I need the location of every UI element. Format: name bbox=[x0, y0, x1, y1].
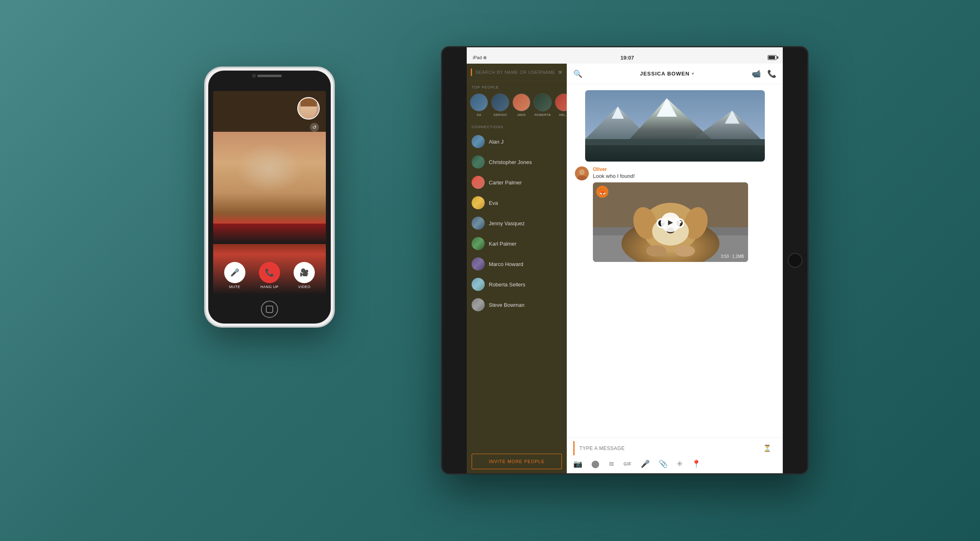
connection-item-steve[interactable]: Steve Bowman bbox=[467, 295, 567, 315]
top-person-name-sergio: SERGIO bbox=[494, 113, 507, 117]
message-sender: Oliver bbox=[593, 166, 775, 172]
connection-item-marco[interactable]: Marco Howard bbox=[467, 254, 567, 274]
connection-avatar-marco bbox=[472, 257, 485, 270]
hangup-label: HANG UP bbox=[261, 285, 279, 289]
invite-more-people-button[interactable]: INVITE MORE PEOPLE bbox=[472, 454, 562, 469]
connection-name-steve: Steve Bowman bbox=[489, 302, 524, 308]
connections-list: Alan J Christopher Jones Carter Palmer E… bbox=[467, 131, 567, 450]
connection-item-eva[interactable]: Eva bbox=[467, 193, 567, 213]
call-small-hair bbox=[301, 98, 317, 106]
sparkle-icon[interactable]: ✳ bbox=[677, 459, 683, 468]
statusbar-left: iPad ⊕ bbox=[473, 55, 487, 60]
search-bar: ✕ bbox=[467, 64, 567, 81]
connection-item-roberta[interactable]: Roberta Sellers bbox=[467, 274, 567, 295]
iphone-home-button[interactable] bbox=[261, 301, 278, 318]
top-person-roberta[interactable]: ROBERTA bbox=[534, 93, 552, 117]
connection-avatar-karl bbox=[472, 237, 485, 250]
tablet-screen: ✕ TOP PEOPLE SA SERGIO JAKE bbox=[467, 47, 783, 473]
statusbar-time: 19:07 bbox=[620, 55, 634, 61]
message-text: Look who I found! bbox=[593, 173, 775, 179]
tablet-home-button[interactable] bbox=[788, 253, 802, 268]
connection-item-christopher[interactable]: Christopher Jones bbox=[467, 152, 567, 172]
message-row-oliver: Oliver Look who I found! bbox=[575, 166, 775, 262]
video-emoji: 🦊 bbox=[596, 186, 608, 198]
connection-name-christopher: Christopher Jones bbox=[489, 159, 532, 165]
svg-point-28 bbox=[675, 245, 695, 257]
video-call-icon[interactable]: 📹 bbox=[752, 69, 761, 78]
circle-icon[interactable]: ⬤ bbox=[591, 459, 599, 468]
top-person-name-jake: JAKE bbox=[517, 113, 526, 117]
connection-avatar-eva bbox=[472, 196, 485, 209]
message-avatar-oliver bbox=[575, 166, 589, 180]
top-person-name-roberta: ROBERTA bbox=[535, 113, 551, 117]
top-person-avatar-sa bbox=[470, 93, 488, 111]
chat-panel: 🔍 JESSICA BOWEN ▾ 📹 📞 bbox=[567, 64, 783, 473]
mute-circle: 🎤 bbox=[224, 262, 245, 283]
hangup-button[interactable]: 📞 HANG UP bbox=[259, 262, 280, 289]
connection-name-eva: Eva bbox=[489, 200, 498, 206]
hourglass-icon: ⏳ bbox=[763, 444, 771, 452]
iphone-speaker bbox=[257, 75, 282, 77]
call-timer-icon: ↺ bbox=[310, 123, 319, 132]
camera-icon[interactable]: 📷 bbox=[573, 459, 582, 468]
svg-point-10 bbox=[579, 169, 585, 175]
chat-input-area: ⏳ 📷 ⬤ ≋ GIF 🎤 📎 ✳ 📍 bbox=[567, 437, 783, 473]
play-button[interactable]: ▶ bbox=[661, 213, 680, 232]
close-icon[interactable]: ✕ bbox=[558, 69, 563, 75]
call-small-avatar bbox=[297, 97, 320, 120]
connection-item-jenny[interactable]: Jenny Vasquez bbox=[467, 213, 567, 233]
search-icon[interactable]: 🔍 bbox=[573, 69, 582, 78]
gif-button[interactable]: GIF bbox=[624, 461, 632, 466]
connection-avatar-roberta bbox=[472, 278, 485, 291]
layers-icon[interactable]: ≋ bbox=[608, 459, 615, 468]
mute-button[interactable]: 🎤 MUTE bbox=[224, 262, 245, 289]
top-person-sergio[interactable]: SERGIO bbox=[491, 93, 509, 117]
connection-name-alan: Alan J bbox=[489, 139, 503, 145]
chat-header: 🔍 JESSICA BOWEN ▾ 📹 📞 bbox=[567, 64, 783, 84]
svg-rect-7 bbox=[585, 143, 765, 162]
hangup-circle: 📞 bbox=[259, 262, 280, 283]
mountain-image bbox=[585, 90, 765, 162]
chat-header-icons: 📹 📞 bbox=[752, 69, 776, 78]
connection-avatar-jenny bbox=[472, 217, 485, 230]
video-meta: 3:53 · 1.2MB bbox=[721, 254, 744, 259]
connection-item-alan[interactable]: Alan J bbox=[467, 131, 567, 152]
top-person-name-hel: HEL... bbox=[559, 113, 567, 117]
connection-name-jenny: Jenny Vasquez bbox=[489, 220, 525, 226]
svg-point-27 bbox=[646, 245, 666, 257]
iphone-home-inner bbox=[266, 306, 273, 313]
battery-fill bbox=[768, 56, 775, 59]
connection-item-karl[interactable]: Karl Palmer bbox=[467, 233, 567, 254]
attachment-icon[interactable]: 📎 bbox=[659, 459, 668, 468]
top-person-avatar-roberta bbox=[534, 93, 552, 111]
statusbar-right bbox=[768, 55, 777, 60]
call-controls: 🎤 MUTE 📞 HANG UP 🎥 VIDEO bbox=[213, 262, 326, 289]
top-people-row: SA SERGIO JAKE ROBERTA bbox=[467, 92, 567, 121]
top-person-avatar-hel bbox=[555, 93, 567, 111]
iphone-inner: ↺ 🎤 MUTE 📞 HANG UP 🎥 VIDEO bbox=[208, 71, 331, 324]
iphone-camera bbox=[252, 74, 256, 78]
connection-item-carter[interactable]: Carter Palmer bbox=[467, 172, 567, 193]
connection-name-karl: Karl Palmer bbox=[489, 241, 517, 247]
scene: ↺ 🎤 MUTE 📞 HANG UP 🎥 VIDEO bbox=[204, 46, 776, 495]
message-video[interactable]: 🦊 ▶ 3:53 · 1.2MB bbox=[593, 182, 748, 262]
mountain-svg bbox=[585, 90, 765, 162]
phone-icon[interactable]: 📞 bbox=[767, 69, 776, 78]
tablet-device: iPad ⊕ 19:07 ✕ TOP PEOPLE bbox=[441, 46, 808, 474]
mute-label: MUTE bbox=[229, 285, 241, 289]
top-people-label: TOP PEOPLE bbox=[467, 81, 567, 92]
connection-name-marco: Marco Howard bbox=[489, 261, 523, 267]
connection-avatar-christopher bbox=[472, 155, 485, 169]
svg-rect-8 bbox=[585, 139, 765, 145]
video-button[interactable]: 🎥 VIDEO bbox=[294, 262, 315, 289]
search-input[interactable] bbox=[475, 70, 555, 75]
call-small-face bbox=[301, 98, 317, 119]
message-input[interactable] bbox=[579, 446, 758, 451]
top-person-sa[interactable]: SA bbox=[470, 93, 488, 117]
microphone-icon[interactable]: 🎤 bbox=[641, 459, 650, 468]
message-content-oliver: Oliver Look who I found! bbox=[593, 166, 775, 262]
location-icon[interactable]: 📍 bbox=[692, 459, 701, 468]
top-person-hel[interactable]: HEL... bbox=[555, 93, 567, 117]
battery-icon bbox=[768, 55, 777, 60]
top-person-jake[interactable]: JAKE bbox=[512, 93, 530, 117]
